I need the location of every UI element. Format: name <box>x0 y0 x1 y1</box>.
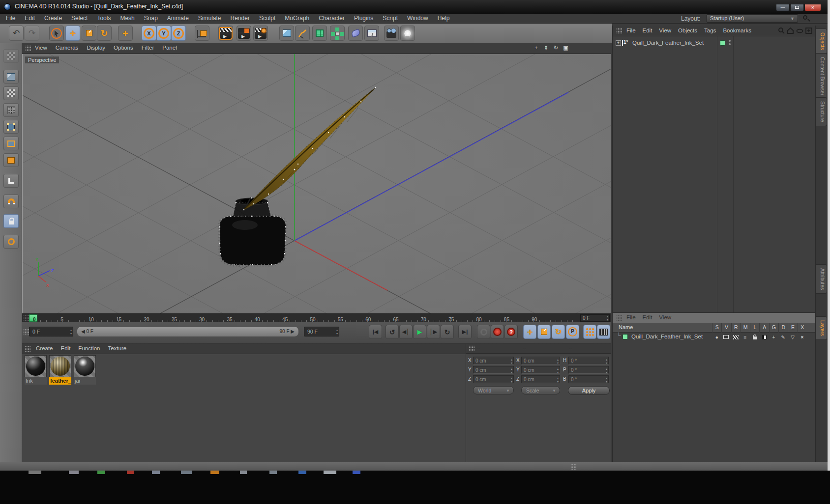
rotate-tool-button[interactable]: ↻ <box>97 26 112 41</box>
tab-objects[interactable]: Objects <box>816 28 827 54</box>
add-spline-button[interactable] <box>295 26 310 41</box>
menu-item[interactable]: Window <box>407 15 428 22</box>
edges-mode-button[interactable] <box>3 137 19 150</box>
position-y-field[interactable]: 0 cm▴▾ <box>473 366 514 374</box>
goto-start-button[interactable]: |◀ <box>369 325 382 339</box>
material-name[interactable]: Ink <box>25 377 47 385</box>
layer-toggle-deformers[interactable]: ✎ <box>778 333 788 341</box>
pan-view-icon[interactable]: + <box>533 44 540 52</box>
viewport-menu-item[interactable]: Cameras <box>56 45 79 51</box>
layer-manager-menu-item[interactable]: File <box>626 314 636 320</box>
viewport-label[interactable]: Perspective <box>25 56 59 63</box>
stepper-icon[interactable]: ▴▾ <box>606 367 607 374</box>
menu-item[interactable]: Create <box>44 15 62 22</box>
rotate-view-icon[interactable]: ↻ <box>552 44 560 52</box>
material-name[interactable]: jar <box>74 377 96 385</box>
menu-item[interactable]: Animate <box>167 15 189 22</box>
stepper-icon[interactable]: ▴▾ <box>606 377 607 384</box>
panel-grip[interactable] <box>23 315 29 321</box>
viewport-menu-item[interactable]: Options <box>114 45 133 51</box>
menu-item[interactable]: Plugins <box>354 15 373 22</box>
record-keyframe-button[interactable] <box>477 325 490 339</box>
scale-tool-button[interactable] <box>82 26 96 41</box>
size-y-field[interactable]: 0 cm▴▾ <box>521 366 560 374</box>
perspective-viewport[interactable]: Y Z X Perspective <box>22 54 611 313</box>
object-manager-menu-item[interactable]: Bookmarks <box>723 28 751 33</box>
home-icon[interactable] <box>787 27 794 34</box>
help-button[interactable]: ? <box>504 325 518 339</box>
taskbar-icon-sliver[interactable] <box>240 471 247 474</box>
layer-column-header[interactable]: A <box>759 323 769 333</box>
windows-taskbar[interactable] <box>0 471 830 504</box>
viewport-menu-item[interactable]: Panel <box>162 45 177 51</box>
object-tree-row[interactable]: + 1° Quill_Dark_Feather_Ink_Set <box>613 39 815 48</box>
maximize-button[interactable] <box>790 4 804 11</box>
material-feather[interactable]: feather_ <box>49 355 71 385</box>
add-light-button[interactable] <box>400 26 415 41</box>
move-tool-button[interactable]: + <box>65 26 80 41</box>
object-manager-menu-item[interactable]: View <box>659 28 671 33</box>
taskbar-icon-sliver[interactable] <box>181 471 192 474</box>
menu-item[interactable]: Simulate <box>198 15 221 22</box>
taskbar-icon-sliver[interactable] <box>298 471 306 474</box>
layer-column-header[interactable]: L <box>750 323 759 333</box>
play-button[interactable]: ▶ <box>413 325 426 339</box>
title-bar[interactable]: CINEMA 4D R14.014 Studio - [Quill_Dark_F… <box>0 0 830 14</box>
layer-column-header[interactable]: X <box>798 323 807 333</box>
current-frame-field[interactable]: 0 F ▴▾ <box>29 327 73 336</box>
material-thumbnail[interactable] <box>74 355 96 377</box>
points-mode-button[interactable] <box>3 120 19 134</box>
stepper-icon[interactable]: ▴▾ <box>557 367 559 374</box>
lock-x-axis-button[interactable]: X <box>142 26 156 41</box>
panel-grip[interactable] <box>469 345 474 352</box>
last-tool-button[interactable]: + <box>118 26 133 41</box>
layer-toggle-xref[interactable]: × <box>798 333 807 341</box>
render-settings-button[interactable] <box>253 26 268 41</box>
material-thumbnail[interactable] <box>49 355 71 377</box>
material-menu-item[interactable]: Create <box>36 345 53 351</box>
coordinate-system-button[interactable] <box>195 26 209 41</box>
space-dropdown[interactable]: World▼ <box>473 386 514 394</box>
layer-color-chip[interactable] <box>622 334 628 339</box>
layer-toggle-render[interactable] <box>731 333 741 341</box>
visibility-dots-icon[interactable] <box>729 40 731 47</box>
viewport-menu-item[interactable]: Display <box>87 45 105 51</box>
layout-dropdown[interactable]: Startup (User) ▼ <box>707 14 798 23</box>
lock-z-axis-button[interactable]: Z <box>171 26 186 41</box>
panel-grip[interactable] <box>570 464 576 470</box>
add-deformer-button[interactable] <box>348 26 363 41</box>
stepper-icon[interactable]: ▴▾ <box>70 329 72 336</box>
panel-grip[interactable] <box>616 315 622 321</box>
stepper-icon[interactable]: ▴▾ <box>511 358 512 365</box>
minimize-button[interactable]: — <box>776 4 790 11</box>
stepper-icon[interactable]: ▴▾ <box>606 358 607 365</box>
tab-layers[interactable]: Layers <box>816 316 827 340</box>
object-manager[interactable]: + 1° Quill_Dark_Feather_Ink_Set <box>613 36 815 313</box>
layer-column-header[interactable]: M <box>741 323 750 333</box>
keyframe-rotation-toggle[interactable]: ↻ <box>552 325 565 339</box>
stepper-icon[interactable]: ▴▾ <box>557 377 559 384</box>
play-backward-button[interactable]: ↺ <box>385 325 399 339</box>
previous-frame-button[interactable]: ◀│ <box>399 325 413 339</box>
texture-mode-button[interactable] <box>3 86 19 100</box>
layer-column-header[interactable]: G <box>769 323 778 333</box>
taskbar-icon-sliver[interactable] <box>29 471 41 474</box>
slider-left-arrow-icon[interactable]: ◀ <box>81 329 86 334</box>
timeline-ruler[interactable]: 051015202530354045505560657075808590 0 F… <box>22 313 611 322</box>
material-menu-item[interactable]: Texture <box>108 345 126 351</box>
add-subdivision-surface-button[interactable] <box>312 26 327 41</box>
lock-workplane-button[interactable] <box>3 214 19 228</box>
close-button[interactable]: × <box>804 4 821 11</box>
layer-toggle-lock[interactable] <box>750 333 759 341</box>
menu-item[interactable]: Snap <box>144 15 158 22</box>
layer-column-header[interactable]: R <box>731 323 741 333</box>
apply-button[interactable]: Apply <box>568 386 610 395</box>
object-manager-menu-item[interactable]: Edit <box>643 28 652 33</box>
object-manager-menu-item[interactable]: Objects <box>678 28 697 33</box>
layer-manager-menu-item[interactable]: Edit <box>643 314 652 320</box>
lock-y-axis-button[interactable]: Y <box>156 26 171 41</box>
layer-column-header[interactable]: V <box>721 323 731 333</box>
stepper-icon[interactable]: ▴▾ <box>336 329 338 336</box>
search-icon[interactable] <box>778 27 785 34</box>
stepper-icon[interactable]: ▴▾ <box>607 315 608 322</box>
